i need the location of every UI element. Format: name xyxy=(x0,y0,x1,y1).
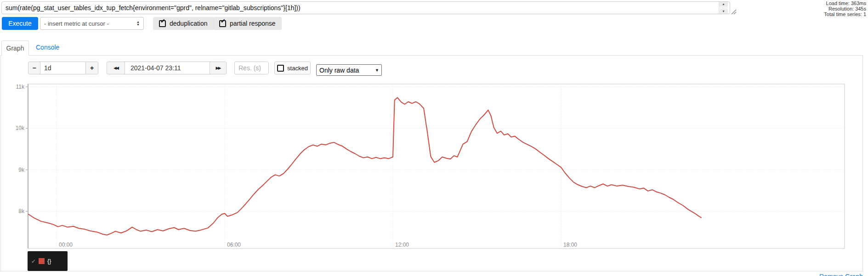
svg-text:11k: 11k xyxy=(16,84,25,90)
tab-console[interactable]: Console xyxy=(36,44,59,51)
datetime-input[interactable] xyxy=(125,62,210,74)
raw-data-select[interactable]: Only raw data ▼ xyxy=(316,64,382,76)
fast-forward-icon: ▶▶ xyxy=(216,66,221,70)
legend-item[interactable]: ✓ {} xyxy=(28,251,68,271)
legend-swatch xyxy=(39,258,45,264)
fast-backward-icon: ◀◀ xyxy=(113,66,118,70)
jump-back-button[interactable]: ◀◀ xyxy=(107,62,125,74)
svg-text:00:00: 00:00 xyxy=(59,242,73,248)
legend-check-icon: ✓ xyxy=(31,258,36,265)
svg-text:8k: 8k xyxy=(18,208,25,214)
svg-text:18:00: 18:00 xyxy=(563,242,577,248)
range-increase-button[interactable]: + xyxy=(85,62,98,74)
range-decrease-button[interactable]: − xyxy=(28,62,40,74)
range-input[interactable] xyxy=(40,62,86,74)
stacked-label: stacked xyxy=(287,65,308,72)
svg-text:10k: 10k xyxy=(16,125,25,131)
resolution-input[interactable] xyxy=(234,62,269,74)
raw-data-selected-option: Only raw data xyxy=(319,67,359,74)
svg-text:9k: 9k xyxy=(18,167,25,173)
svg-text:12:00: 12:00 xyxy=(395,242,409,248)
stacked-toggle[interactable]: stacked xyxy=(274,62,311,74)
legend-series-label: {} xyxy=(47,258,51,265)
graph-canvas[interactable]: 8k9k10k11k00:0006:0012:0018:00 xyxy=(0,0,868,276)
tab-graph[interactable]: Graph xyxy=(1,40,29,56)
jump-forward-button[interactable]: ▶▶ xyxy=(210,62,227,74)
svg-text:06:00: 06:00 xyxy=(227,242,241,248)
dropdown-arrow-icon: ▼ xyxy=(375,68,379,73)
checkbox-unchecked-icon xyxy=(277,65,284,72)
remove-graph-link[interactable]: Remove Graph xyxy=(819,273,863,276)
